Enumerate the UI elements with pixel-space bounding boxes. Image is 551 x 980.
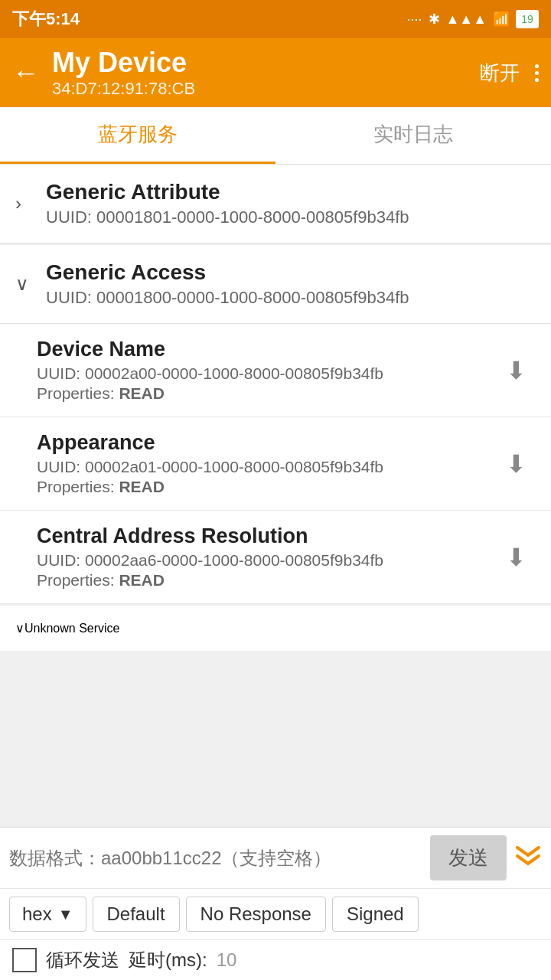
loop-checkbox[interactable] [12, 948, 37, 972]
char-uuid-device-name: UUID: 00002a00-0000-1000-8000-00805f9b34… [37, 364, 383, 383]
char-uuid-appearance: UUID: 00002a01-0000-1000-8000-00805f9b34… [37, 458, 383, 476]
chevron-icon-generic-access: ∨ [15, 273, 34, 295]
service-list: › Generic Attribute UUID: 00001801-0000-… [0, 165, 551, 828]
device-mac-address: 34:D7:12:91:78:CB [52, 79, 480, 99]
option-default-button[interactable]: Default [93, 897, 180, 932]
service-group-generic-access: ∨ Generic Access UUID: 00001800-0000-100… [0, 245, 551, 604]
dropdown-arrow-icon: ▼ [58, 906, 73, 923]
tab-bar: 蓝牙服务 实时日志 [0, 107, 551, 165]
format-value: hex [22, 903, 52, 925]
tab-bluetooth-service[interactable]: 蓝牙服务 [0, 107, 276, 164]
expand-icon[interactable] [514, 844, 542, 872]
service-group-unknown: ∨ Unknown Service [0, 606, 551, 651]
service-group-generic-attribute: › Generic Attribute UUID: 00001801-0000-… [0, 165, 551, 243]
download-button-device-name[interactable]: ⬇ [500, 350, 533, 391]
chevron-icon-unknown: ∨ [15, 621, 24, 635]
char-props-device-name: Properties: READ [37, 384, 383, 403]
more-dot-2 [535, 71, 539, 75]
tab-realtime-log[interactable]: 实时日志 [276, 107, 551, 164]
device-name-title: My Device [52, 47, 480, 79]
battery-indicator: 19 [516, 10, 539, 28]
characteristic-info-central-address: Central Address Resolution UUID: 00002aa… [37, 524, 383, 590]
more-options-button[interactable] [535, 64, 539, 82]
disconnect-button[interactable]: 断开 [480, 60, 520, 87]
service-name-generic-access: Generic Access [46, 260, 409, 285]
status-time: 下午5:14 [12, 8, 80, 31]
service-name-generic-attribute: Generic Attribute [46, 180, 409, 204]
char-props-appearance: Properties: READ [37, 478, 383, 496]
characteristic-central-address: Central Address Resolution UUID: 00002aa… [0, 511, 551, 604]
characteristic-info-device-name: Device Name UUID: 00002a00-0000-1000-800… [37, 338, 383, 403]
header-title-section: My Device 34:D7:12:91:78:CB [52, 47, 480, 99]
more-dot-1 [535, 64, 539, 68]
char-name-central-address: Central Address Resolution [37, 524, 383, 548]
service-info-generic-access: Generic Access UUID: 00001800-0000-1000-… [46, 260, 409, 308]
chevron-icon-generic-attribute: › [15, 193, 34, 214]
service-uuid-generic-attribute: UUID: 00001801-0000-1000-8000-00805f9b34… [46, 207, 409, 227]
service-name-unknown: Unknown Service [24, 622, 120, 635]
delay-value: 10 [217, 949, 237, 971]
service-uuid-generic-access: UUID: 00001800-0000-1000-8000-00805f9b34… [46, 288, 409, 308]
format-select[interactable]: hex ▼ [9, 897, 86, 932]
char-props-central-address: Properties: READ [37, 571, 383, 590]
status-icons: ···· ✱ ▲▲▲ 📶 19 [407, 10, 539, 28]
dots-icon: ···· [407, 11, 422, 28]
option-signed-button[interactable]: Signed [332, 897, 419, 932]
wifi-icon: 📶 [493, 11, 510, 28]
characteristic-info-appearance: Appearance UUID: 00002a01-0000-1000-8000… [37, 431, 383, 496]
service-info-generic-attribute: Generic Attribute UUID: 00001801-0000-10… [46, 180, 409, 227]
service-header-unknown[interactable]: ∨ Unknown Service [0, 606, 551, 651]
bluetooth-icon: ✱ [429, 11, 440, 28]
options-row: hex ▼ Default No Response Signed [0, 889, 551, 940]
char-name-device-name: Device Name [37, 338, 383, 361]
characteristic-device-name: Device Name UUID: 00002a00-0000-1000-800… [0, 324, 551, 417]
loop-label: 循环发送 [46, 948, 119, 972]
service-info-unknown: Unknown Service [24, 622, 120, 635]
option-no-response-button[interactable]: No Response [186, 897, 326, 932]
service-header-generic-access[interactable]: ∨ Generic Access UUID: 00001800-0000-100… [0, 245, 551, 324]
more-dot-3 [535, 78, 539, 82]
service-header-generic-attribute[interactable]: › Generic Attribute UUID: 00001801-0000-… [0, 165, 551, 243]
download-button-appearance[interactable]: ⬇ [500, 443, 533, 485]
send-button[interactable]: 发送 [430, 835, 507, 880]
download-button-central-address[interactable]: ⬇ [500, 537, 533, 578]
characteristic-appearance: Appearance UUID: 00002a01-0000-1000-8000… [0, 417, 551, 511]
delay-label: 延时(ms): [129, 948, 207, 972]
char-uuid-central-address: UUID: 00002aa6-0000-1000-8000-00805f9b34… [37, 551, 383, 570]
status-bar: 下午5:14 ···· ✱ ▲▲▲ 📶 19 [0, 0, 551, 38]
app-header: ← My Device 34:D7:12:91:78:CB 断开 [0, 38, 551, 107]
back-button[interactable]: ← [12, 57, 40, 89]
char-name-appearance: Appearance [37, 431, 383, 455]
bottom-panel: 发送 hex ▼ Default No Response Signed 循环发送… [0, 827, 551, 980]
data-input-field[interactable] [9, 848, 422, 869]
input-row: 发送 [0, 828, 551, 889]
loop-row: 循环发送 延时(ms): 10 [0, 940, 551, 980]
signal-icon: ▲▲▲ [446, 11, 487, 28]
header-actions: 断开 [480, 60, 539, 87]
